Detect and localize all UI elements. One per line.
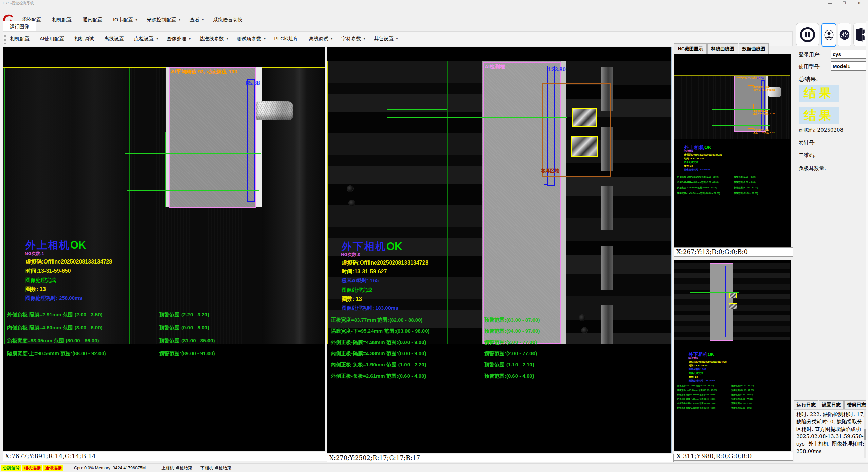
measurement-row: 内侧正极-隔膜=4.38mm 范围:(0.00 - 9.00) 预警范围:(2.… [331,350,664,362]
pause-button[interactable] [796,23,819,46]
measurement-row: 负极宽度=83.05mm 范围:(80.00 - 86.00) 预警范围:(81… [7,338,313,350]
ai-elapsed: 极耳AI耗时: 165 [342,277,379,284]
toolbar-item[interactable]: 离线调试 ▼ [305,36,337,42]
toolbar-item[interactable]: 图像处理 ▼ [163,36,195,42]
title-bar: CYS-视觉检测系统 — ❐ ✕ [0,0,868,6]
reel-number-label: 卷针号: [799,140,816,146]
pause-icon [799,26,816,43]
chevron-down-icon: ▼ [396,37,398,40]
chevron-down-icon: ▼ [363,37,366,40]
close-button[interactable]: ✕ [852,0,866,6]
chevron-down-icon: ▼ [178,18,181,21]
defect-annotation: 亮斑 面积:1.791宽度:1.221 高度:1.751 [753,129,775,134]
ng-preview-upper[interactable]: AI平均阈值:93, 动态阈值:100 85.88 亮斑 面积:1.228宽度:… [674,54,791,247]
menu-item[interactable]: 相机配置 [48,17,78,23]
user-manage-button[interactable] [838,23,851,46]
toolbar-item[interactable]: 字符参数 ▼ [337,36,370,42]
result-badge-upper: 结果 [799,85,839,102]
sidebar-scrollbar[interactable] [866,21,868,462]
measurement-row: 正极宽度=83.77mm 范围:(82.00 - 88.00) 预警范围:(83… [331,317,664,328]
preview-tab[interactable]: NG截图显示 [674,43,707,54]
menu-item[interactable]: IO卡配置 ▼ [109,17,142,23]
loop-count: 圈数: 13 [342,296,362,303]
toolbar-item[interactable]: PLC地址库 [270,36,305,42]
menu-items: 系统配置 相机配置 通讯配置 IO卡配置 ▼ [17,12,249,27]
user-login-button[interactable] [821,23,836,47]
menu-item[interactable]: 通讯配置 [78,17,109,23]
menu-item[interactable]: 光源控制配置 ▼ [142,17,185,23]
bolt [348,200,355,206]
lower-camera-view[interactable]: AI检测框 123.80 极耳区域 外下相机OK NG次数:0 虚拟码:Offl… [327,47,672,453]
process-done: 图像处理完成 [25,277,56,284]
tab-region-label: 极耳区域 [541,168,559,174]
virtual-code: 虚拟码:Offline20250208133134728 [25,258,112,266]
chevron-down-icon: ▼ [202,18,204,21]
menu-bar: 系统配置 相机配置 通讯配置 IO卡配置 ▼ [0,6,868,21]
defect-mark [748,80,754,86]
tab-detect-box-2 [571,136,598,157]
login-user-field[interactable]: cys [831,50,868,59]
toolbar-item[interactable]: 离线设置 [100,36,130,42]
measurement-row: 外侧正极-负极=2.61mm 范围:(0.60 - 4.00) 预警范围:(0.… [331,373,664,384]
menu-item[interactable]: 查看 ▼ [185,17,209,23]
log-tab[interactable]: 运行日志 [794,400,818,409]
minimize-button[interactable]: — [823,0,837,6]
edge-line-green [129,68,130,344]
login-user-label: 登录用户: [799,52,821,58]
toolbar-item[interactable]: 测试项参数 ▼ [233,36,270,42]
chevron-down-icon: ▼ [330,37,333,40]
window-title: CYS-视觉检测系统 [3,1,34,6]
tab-detect-box-1 [572,108,597,127]
loop-count: 圈数: 13 [25,286,46,293]
measurement-list: 外侧负极-隔膜=2.91mm 范围:(2.00 - 3.50) 预警范围:(2.… [7,312,313,363]
measure-box-blue [247,79,255,202]
capture-time: 时间:13-31-59-627 [342,268,387,275]
measurement-row: 外侧负极-隔膜=2.91mm 范围:(2.00 - 3.50) 预警范围:(2.… [7,312,313,325]
toolbar-item[interactable]: 其它设置 ▼ [370,36,402,42]
toolbar-item[interactable]: 点检设置 ▼ [130,36,163,42]
edge-line-green [4,68,5,344]
preview-tab[interactable]: 料线曲线图 [707,43,738,54]
lower-camera-check-status: 下相机:点检结束 [200,465,231,471]
toolbar-item[interactable]: 基准线参数 ▼ [195,36,233,42]
users-icon [839,25,850,44]
measurement-row: 隔膜宽度-上=90.56mm 范围:(88.00 - 92.00) 预警范围:(… [7,350,313,363]
maximize-button[interactable]: ❐ [837,0,851,6]
tab-detect-box [729,293,737,298]
log-tab[interactable]: 错误日志 [844,400,868,409]
toolbar-item[interactable]: AI使用配置 [36,36,70,42]
toolbar-item[interactable]: 相机配置 [6,36,36,42]
ng-preview-upper-status: X:267;Y:13;R:0;G:0;B:0 [674,247,793,257]
measurement-list: 正极宽度=83.77mm 范围:(82.00 - 88.00) 预警范围:(83… [331,317,664,384]
chevron-down-icon: ▼ [188,37,191,40]
process-elapsed: 图像处理耗时: 258.00ms [25,295,82,302]
tab-run-image[interactable]: 运行图像 [3,21,36,32]
upper-camera-check-status: 上相机:点检结束 [161,465,192,471]
ng-preview-lower-status: X:311;Y:980;R:0;G:0;B:0 [674,452,793,461]
negative-tab-count-label: 负极耳数量: [799,165,826,172]
lower-camera-cursor-status: X:270;Y:2502;R:17;G:17;B:17 [327,454,674,462]
menu-item[interactable]: 系统语言切换 [209,17,249,23]
status-bar: 心跳信号 相机连接 通讯连接 Cpu: 0.0% Memory: 3424.41… [0,463,868,472]
upper-camera-view[interactable]: AI平均阈值:93, 动态阈值:100 85.88 外上相机OK NG次数:1 … [3,47,325,451]
chevron-down-icon: ▼ [135,18,138,21]
virtual-code-value: 虚拟码: 20250208 [799,127,843,133]
model-field[interactable]: Model1 [831,61,868,71]
toolbar-items: 相机配置 AI使用配置 相机调试 离线设置 [6,36,402,42]
log-tabs: 运行日志 设置日志 错误日志 [794,400,868,409]
total-result-label: 总结果: [799,75,818,83]
log-tab[interactable]: 设置日志 [819,400,844,409]
preview-tabs: NG截图显示 料线曲线图 数据曲线图 [674,43,770,54]
blue-measure-value: 123.80 [548,66,566,73]
camera-result-title: 外上相机OK [25,238,86,252]
ng-preview-lower[interactable]: 外下相机OK NG次数:0 虚拟码:Offline202502081331347… [674,260,791,451]
result-badge-lower: 结果 [799,107,839,124]
threshold-overlay: AI平均阈值:93, 动态阈值:100 [171,69,237,75]
ng-count: NG次数:0 [341,252,360,258]
measurement-row: 隔膜宽度-下=95.24mm 范围:(93.00 - 98.00) 预警范围:(… [331,328,664,339]
run-log-text[interactable]: 耗时: 222, 缺陷检测耗时: 17, 缺陷分类耗时: 0, 缺陷提取分区耗时… [794,409,867,462]
preview-tab[interactable]: 数据曲线图 [739,43,769,54]
user-icon [824,26,834,44]
toolbar-item[interactable]: 相机调试 [70,36,100,42]
edge-line-cyan [567,106,567,158]
